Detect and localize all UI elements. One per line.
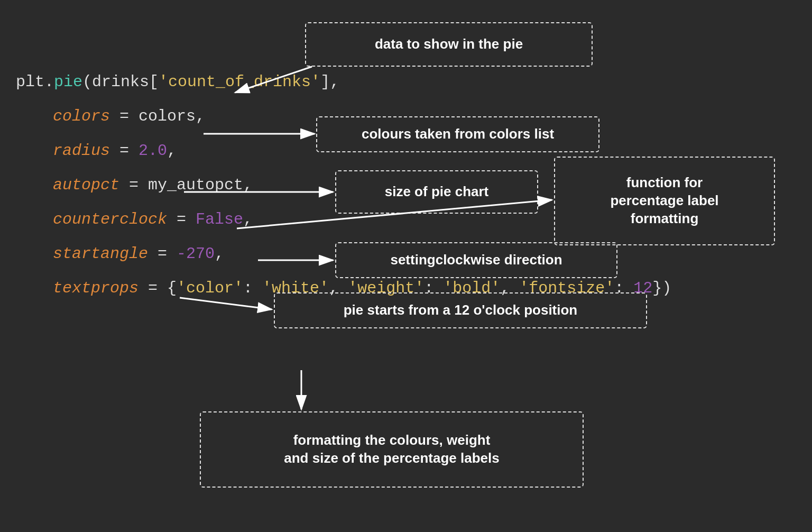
eq-textprops: = { <box>139 279 177 297</box>
pie-function: pie <box>54 73 82 91</box>
annotation-clockwise: settingclockwise direction <box>335 242 617 278</box>
annotation-startangle: pie starts from a 12 o'clock position <box>274 292 647 328</box>
key-color: 'color' <box>177 279 243 297</box>
param-autopct: autopct <box>53 176 119 194</box>
close-bracket: ], <box>320 73 339 91</box>
val-startangle: -270 <box>177 245 215 263</box>
comma-counterclock: , <box>243 210 253 228</box>
close-brace: }) <box>652 279 671 297</box>
code-line-1: plt.pie(drinks['count_of_drinks'], <box>16 69 671 96</box>
comma-startangle: , <box>215 245 224 263</box>
colon1: : <box>243 279 262 297</box>
eq-colors: = colors, <box>110 107 205 125</box>
open-paren: (drinks[ <box>82 73 159 91</box>
val-false: False <box>196 210 243 228</box>
param-textprops: textprops <box>53 279 139 297</box>
count-string: 'count_of_drinks' <box>159 73 320 91</box>
annotation-pct-label: function for percentage label formatting <box>554 157 775 245</box>
annotation-textprops: formatting the colours, weight and size … <box>200 411 584 488</box>
annotation-data-to-show: data to show in the pie <box>305 22 593 67</box>
eq-radius: = <box>110 142 139 160</box>
val-radius: 2.0 <box>139 142 167 160</box>
param-radius: radius <box>53 142 110 160</box>
eq-startangle: = <box>148 245 177 263</box>
param-startangle: startangle <box>53 245 148 263</box>
plt-keyword: plt. <box>16 73 54 91</box>
eq-counterclock: = <box>167 210 196 228</box>
param-counterclock: counterclock <box>53 210 167 228</box>
annotation-colours-list: colours taken from colors list <box>316 116 599 152</box>
comma-radius: , <box>167 142 177 160</box>
param-colors: colors <box>53 107 110 125</box>
annotation-size-pie: size of pie chart <box>335 170 538 214</box>
eq-autopct: = my_autopct, <box>119 176 253 194</box>
